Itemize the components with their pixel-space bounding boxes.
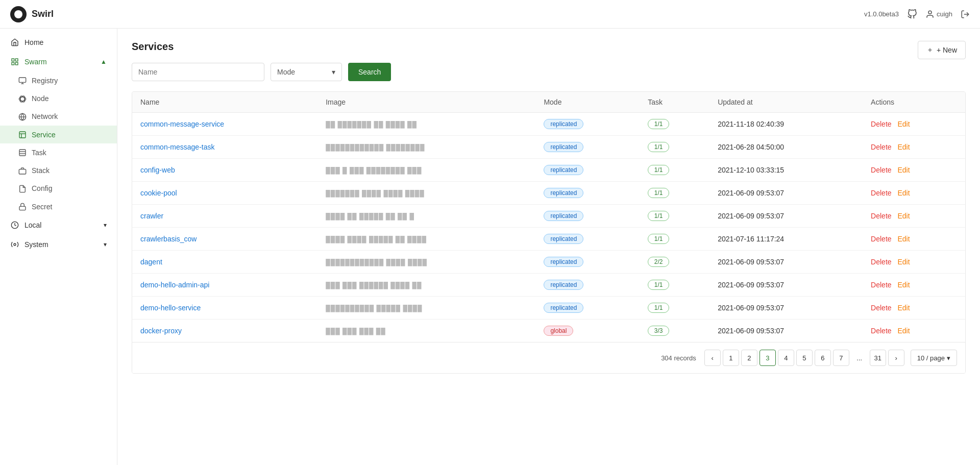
delete-button[interactable]: Delete	[871, 327, 891, 335]
edit-button[interactable]: Edit	[897, 327, 910, 335]
page-btn-7[interactable]: 7	[833, 350, 849, 366]
page-prev-button[interactable]: ‹	[704, 350, 721, 366]
image-value: ████████████ ████████	[326, 144, 425, 151]
cell-actions: Delete Edit	[863, 320, 965, 342]
task-badge: 1/1	[648, 211, 669, 221]
logout-icon[interactable]	[961, 10, 970, 19]
cell-image: ███████ ████ ████ ████	[317, 182, 535, 205]
svg-rect-3	[15, 59, 18, 61]
sidebar-item-node[interactable]: Node	[0, 89, 117, 107]
sidebar-item-service[interactable]: Service	[0, 126, 117, 143]
cell-name: common-message-task	[132, 136, 317, 159]
cell-image: ███ ███ ██████ ████ ██	[317, 274, 535, 297]
edit-button[interactable]: Edit	[897, 212, 910, 220]
page-size-label: 10 / page	[917, 354, 945, 362]
cell-image: ████████████ ████ ████	[317, 251, 535, 274]
mode-select[interactable]: Mode ▾	[271, 63, 342, 81]
delete-button[interactable]: Delete	[871, 120, 891, 128]
mode-badge: replicated	[544, 119, 583, 129]
sidebar-item-registry[interactable]: Registry	[0, 71, 117, 89]
sidebar-item-secret[interactable]: Secret	[0, 198, 117, 215]
cell-mode: replicated	[535, 274, 640, 297]
service-link[interactable]: docker-proxy	[140, 327, 182, 335]
sidebar-label-registry: Registry	[32, 77, 58, 85]
cell-updated: 2021-07-16 11:17:24	[709, 228, 863, 251]
new-button[interactable]: ＋ + New	[918, 41, 966, 59]
edit-button[interactable]: Edit	[897, 235, 910, 243]
svg-point-23	[14, 243, 16, 246]
service-link[interactable]: crawler	[140, 212, 163, 220]
task-badge: 1/1	[648, 280, 669, 290]
page-btn-31[interactable]: 31	[870, 350, 886, 366]
network-icon	[18, 112, 27, 121]
sidebar-item-swarm[interactable]: Swarm ▲	[0, 52, 117, 71]
sidebar-item-local[interactable]: Local ▾	[0, 215, 117, 235]
page-btn-3[interactable]: 3	[760, 350, 776, 366]
pagination-records: 304 records	[661, 354, 696, 362]
sidebar-label-node: Node	[32, 94, 48, 103]
image-value: ████ ████ █████ ██ ████	[326, 236, 427, 243]
delete-button[interactable]: Delete	[871, 189, 891, 197]
col-updated: Updated at	[709, 92, 863, 113]
cell-task: 1/1	[640, 205, 709, 228]
delete-button[interactable]: Delete	[871, 258, 891, 266]
edit-button[interactable]: Edit	[897, 258, 910, 266]
name-input[interactable]	[132, 63, 264, 81]
cell-name: demo-hello-admin-api	[132, 274, 317, 297]
col-name: Name	[132, 92, 317, 113]
delete-button[interactable]: Delete	[871, 212, 891, 220]
service-link[interactable]: cookie-pool	[140, 189, 177, 197]
cell-updated: 2021-06-09 09:53:07	[709, 205, 863, 228]
service-link[interactable]: config-web	[140, 166, 175, 174]
edit-button[interactable]: Edit	[897, 166, 910, 174]
delete-button[interactable]: Delete	[871, 166, 891, 174]
sidebar-item-stack[interactable]: Stack	[0, 161, 117, 179]
page-btn-2[interactable]: 2	[741, 350, 757, 366]
edit-button[interactable]: Edit	[897, 281, 910, 289]
sidebar-item-config[interactable]: Config	[0, 180, 117, 198]
system-chevron-icon: ▾	[104, 241, 107, 248]
page-header: Services ＋ + New	[132, 41, 966, 63]
sidebar-item-home[interactable]: Home	[0, 33, 117, 52]
pagination-bar: 304 records ‹ 1 2 3 4 5 6 7 ... 31 › 10 …	[132, 342, 965, 373]
image-value: ███████ ████ ████ ████	[326, 190, 425, 197]
service-link[interactable]: dagent	[140, 258, 162, 266]
delete-button[interactable]: Delete	[871, 235, 891, 243]
page-btn-6[interactable]: 6	[815, 350, 831, 366]
delete-button[interactable]: Delete	[871, 281, 891, 289]
service-link[interactable]: demo-hello-service	[140, 304, 201, 312]
service-link[interactable]: demo-hello-admin-api	[140, 281, 209, 289]
cell-mode: replicated	[535, 205, 640, 228]
service-link[interactable]: crawlerbasis_cow	[140, 235, 197, 243]
edit-button[interactable]: Edit	[897, 120, 910, 128]
page-btn-1[interactable]: 1	[723, 350, 739, 366]
search-button[interactable]: Search	[348, 63, 391, 81]
col-task: Task	[640, 92, 709, 113]
page-next-button[interactable]: ›	[888, 350, 904, 366]
header-right: v1.0.0beta3 cuigh	[864, 9, 970, 19]
page-title: Services	[132, 41, 174, 53]
edit-button[interactable]: Edit	[897, 143, 910, 151]
edit-button[interactable]: Edit	[897, 304, 910, 312]
page-size-select[interactable]: 10 / page ▾	[911, 350, 957, 366]
service-link[interactable]: common-message-task	[140, 143, 215, 151]
service-link[interactable]: common-message-service	[140, 120, 224, 128]
user-icon[interactable]: cuigh	[925, 10, 952, 19]
cell-image: ████████████ ████████	[317, 136, 535, 159]
image-value: ███ ███ ███ ██	[326, 328, 386, 335]
mode-select-label: Mode	[277, 68, 295, 76]
github-icon[interactable]	[907, 9, 917, 19]
delete-button[interactable]: Delete	[871, 304, 891, 312]
page-btn-5[interactable]: 5	[796, 350, 813, 366]
cell-updated: 2021-06-09 09:53:07	[709, 251, 863, 274]
cell-name: demo-hello-service	[132, 297, 317, 320]
cell-image: ████ ████ █████ ██ ████	[317, 228, 535, 251]
page-btn-4[interactable]: 4	[778, 350, 794, 366]
delete-button[interactable]: Delete	[871, 143, 891, 151]
sidebar-item-system[interactable]: System ▾	[0, 235, 117, 254]
sidebar-item-task[interactable]: Task	[0, 143, 117, 161]
sidebar-item-network[interactable]: Network	[0, 108, 117, 126]
cell-mode: replicated	[535, 136, 640, 159]
edit-button[interactable]: Edit	[897, 189, 910, 197]
table-row: demo-hello-admin-api ███ ███ ██████ ████…	[132, 274, 965, 297]
